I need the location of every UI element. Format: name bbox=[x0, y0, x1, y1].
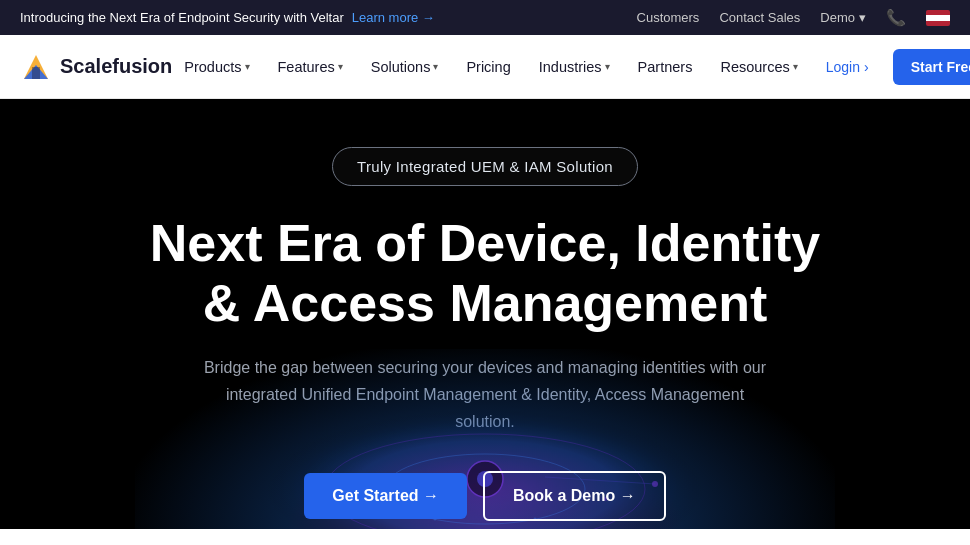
svg-rect-2 bbox=[32, 67, 40, 79]
login-button[interactable]: Login › bbox=[810, 51, 885, 83]
logo[interactable]: Scalefusion bbox=[20, 51, 172, 83]
nav-partners[interactable]: Partners bbox=[626, 51, 705, 83]
hero-section: Truly Integrated UEM & IAM Solution Next… bbox=[0, 99, 970, 529]
demo-label: Demo bbox=[820, 10, 855, 25]
nav-right: Login › Start Free bbox=[810, 49, 970, 85]
logo-text: Scalefusion bbox=[60, 55, 172, 78]
announcement-left: Introducing the Next Era of Endpoint Sec… bbox=[20, 10, 435, 25]
nav-pricing[interactable]: Pricing bbox=[454, 51, 522, 83]
solutions-chevron-icon: ▾ bbox=[433, 61, 438, 72]
nav-products[interactable]: Products ▾ bbox=[172, 51, 261, 83]
announcement-link[interactable]: Learn more → bbox=[352, 10, 435, 25]
partners-label: Partners bbox=[638, 59, 693, 75]
features-chevron-icon: ▾ bbox=[338, 61, 343, 72]
nav-industries[interactable]: Industries ▾ bbox=[527, 51, 622, 83]
start-free-button[interactable]: Start Free bbox=[893, 49, 970, 85]
hero-title: Next Era of Device, Identity & Access Ma… bbox=[135, 214, 835, 334]
login-arrow-icon: › bbox=[864, 59, 869, 75]
demo-button[interactable]: Demo ▾ bbox=[820, 10, 866, 25]
nav-features[interactable]: Features ▾ bbox=[266, 51, 355, 83]
announcement-bar: Introducing the Next Era of Endpoint Sec… bbox=[0, 0, 970, 35]
products-chevron-icon: ▾ bbox=[245, 61, 250, 72]
resources-label: Resources bbox=[720, 59, 789, 75]
features-label: Features bbox=[278, 59, 335, 75]
us-flag-icon bbox=[926, 10, 950, 26]
nav-solutions[interactable]: Solutions ▾ bbox=[359, 51, 451, 83]
demo-chevron-icon: ▾ bbox=[859, 10, 866, 25]
announcement-right: Customers Contact Sales Demo ▾ 📞 bbox=[637, 8, 950, 27]
resources-chevron-icon: ▾ bbox=[793, 61, 798, 72]
contact-sales-link[interactable]: Contact Sales bbox=[719, 10, 800, 25]
customers-link[interactable]: Customers bbox=[637, 10, 700, 25]
hero-badge: Truly Integrated UEM & IAM Solution bbox=[332, 147, 638, 186]
nav-resources[interactable]: Resources ▾ bbox=[708, 51, 809, 83]
industries-chevron-icon: ▾ bbox=[605, 61, 610, 72]
logo-icon bbox=[20, 51, 52, 83]
hero-cta: Get Started → Book a Demo → bbox=[304, 471, 665, 521]
industries-label: Industries bbox=[539, 59, 602, 75]
pricing-label: Pricing bbox=[466, 59, 510, 75]
get-started-button[interactable]: Get Started → bbox=[304, 473, 467, 519]
solutions-label: Solutions bbox=[371, 59, 431, 75]
navbar: Scalefusion Products ▾ Features ▾ Soluti… bbox=[0, 35, 970, 99]
nav-links: Products ▾ Features ▾ Solutions ▾ Pricin… bbox=[172, 51, 809, 83]
products-label: Products bbox=[184, 59, 241, 75]
login-label: Login bbox=[826, 59, 860, 75]
announcement-text: Introducing the Next Era of Endpoint Sec… bbox=[20, 10, 344, 25]
phone-icon[interactable]: 📞 bbox=[886, 8, 906, 27]
book-demo-button[interactable]: Book a Demo → bbox=[483, 471, 666, 521]
